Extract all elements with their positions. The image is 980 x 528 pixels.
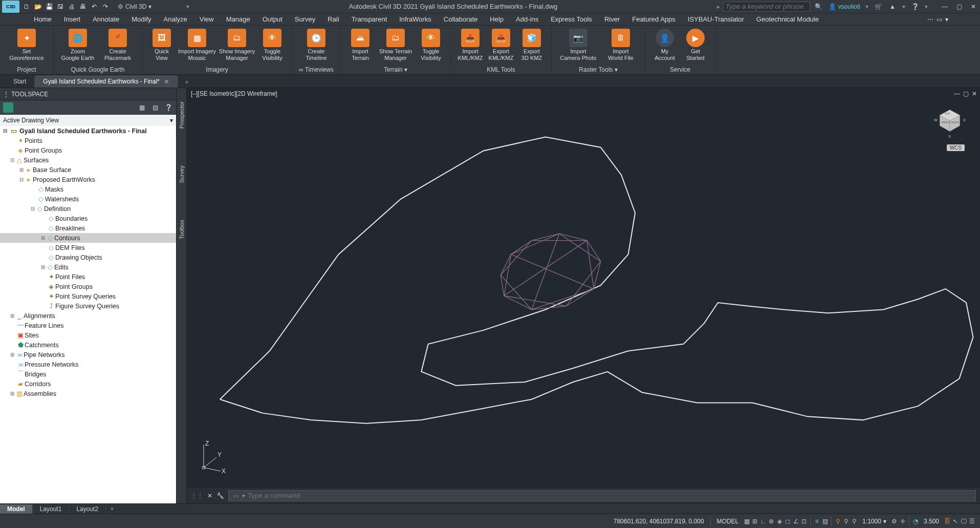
search-icon[interactable]: 🔍 — [814, 2, 823, 11]
polar-icon[interactable]: ⊕ — [767, 517, 775, 525]
create-placemark-button[interactable]: 📍CreatePlacemark — [98, 28, 138, 64]
person2-icon[interactable]: ⚲ — [842, 517, 850, 525]
tree-point-files[interactable]: ✦Point Files — [0, 272, 176, 282]
menu-help[interactable]: Help — [484, 13, 510, 25]
import-kml-button[interactable]: 📥ImportKML/KMZ — [455, 28, 486, 64]
tree-boundaries[interactable]: ◇Boundaries — [0, 214, 176, 223]
menu-output[interactable]: Output — [256, 13, 289, 25]
save-icon[interactable]: 💾 — [45, 3, 53, 11]
menu-manage[interactable]: Manage — [220, 13, 256, 25]
tree-root[interactable]: ⊟▭Gyali Island Scheduled Earthworks - Fi… — [0, 126, 176, 136]
tree-drawing-objects[interactable]: ◇Drawing Objects — [0, 252, 176, 262]
tree-corridors[interactable]: ▰Corridors — [0, 379, 176, 389]
menu-insert[interactable]: Insert — [58, 13, 87, 25]
close-tab-icon[interactable]: ✕ — [164, 78, 169, 86]
model-paper-toggle[interactable]: MODEL — [713, 518, 743, 525]
import-world-button[interactable]: 🗎ImportWorld File — [601, 28, 641, 64]
tree-sites[interactable]: ▣Sites — [0, 330, 176, 340]
tree-breaklines[interactable]: ◇Breaklines — [0, 223, 176, 233]
model-viewport[interactable]: [–][SE Isometric][2D Wireframe] — ▢ ✕ TO… — [187, 88, 980, 503]
toolspace-help-icon[interactable]: ❔ — [164, 103, 173, 112]
layout-model[interactable]: Model — [0, 504, 33, 514]
app-logo[interactable]: C3D — [2, 1, 19, 13]
open-icon[interactable]: 📂 — [34, 3, 42, 11]
new-tab-button[interactable]: ＋ — [181, 76, 192, 88]
menu-view[interactable]: View — [193, 13, 220, 25]
get-started-button[interactable]: ▶GetStarted — [680, 28, 711, 64]
import-camera-button[interactable]: 📷ImportCamera Photo — [556, 28, 601, 64]
user-account[interactable]: 👤 vsoulioti — [829, 3, 860, 10]
toolspace-home-icon[interactable] — [3, 102, 13, 113]
anno-scale[interactable]: 1:1000 ▾ — [858, 518, 890, 525]
drawing-canvas[interactable] — [187, 88, 980, 503]
plot-icon[interactable]: 🖨 — [68, 3, 76, 11]
menu-infraworks[interactable]: InfraWorks — [393, 13, 438, 25]
db-icon[interactable]: 🗄 — [943, 517, 951, 525]
menu-express[interactable]: Express Tools — [545, 13, 598, 25]
snapgrid-icon[interactable]: ⊞ — [751, 517, 759, 525]
help-icon[interactable]: ❔ — [910, 2, 920, 11]
cart-icon[interactable]: 🛒 — [874, 2, 883, 11]
tree-surfaces[interactable]: ⊟△Surfaces — [0, 155, 176, 165]
tab-survey[interactable]: Survey — [178, 162, 186, 186]
menu-featured[interactable]: Featured Apps — [626, 13, 682, 25]
tree-bridges[interactable]: ⌒Bridges — [0, 369, 176, 379]
layout-2[interactable]: Layout2 — [69, 504, 106, 514]
export-3dkmz-button[interactable]: 🧊Export3D KMZ — [516, 28, 547, 64]
ortho-icon[interactable]: ∟ — [759, 517, 767, 525]
tree-feature-lines[interactable]: 〰Feature Lines — [0, 321, 176, 330]
new-icon[interactable]: 🗋 — [23, 3, 31, 11]
add-layout-button[interactable]: ＋ — [106, 504, 118, 513]
tree-proposed-earthworks[interactable]: ⊟▸Proposed EarthWorks — [0, 175, 176, 184]
zoom-ge-button[interactable]: 🌐ZoomGoogle Earth — [58, 28, 98, 64]
menu-addins[interactable]: Add-ins — [510, 13, 545, 25]
menu-geotech[interactable]: Geotechnical Module — [750, 13, 825, 25]
transparency-icon[interactable]: ▨ — [821, 517, 829, 525]
tab-active-doc[interactable]: Gyali Island Scheduled Earthworks - Fina… — [35, 75, 178, 88]
menu-survey[interactable]: Survey — [289, 13, 321, 25]
tree-pipe-networks[interactable]: ⊞⫘Pipe Networks — [0, 350, 176, 360]
quick-view-button[interactable]: 🖼QuickView — [146, 28, 177, 64]
toolspace-view-selector[interactable]: Active Drawing View▾ — [0, 115, 176, 126]
show-imagery-mgr-button[interactable]: 🗂Show ImageryManager — [217, 28, 257, 64]
menu-isybau[interactable]: ISYBAU-Translator — [682, 13, 750, 25]
layout-1[interactable]: Layout1 — [33, 504, 70, 514]
toolspace-grid-icon[interactable]: ▤ — [150, 103, 160, 112]
redo-icon[interactable]: ↷ — [101, 3, 110, 11]
tree-alignments[interactable]: ⊞⎯Alignments — [0, 311, 176, 321]
maximize-icon[interactable]: ▢ — [954, 2, 964, 11]
monitor-icon[interactable]: 🖵 — [960, 517, 968, 525]
close-icon[interactable]: ✕ — [969, 2, 978, 11]
tree-catchments[interactable]: ⬟Catchments — [0, 340, 176, 350]
toolspace-tool-icon[interactable]: ▦ — [137, 103, 146, 112]
show-terrain-mgr-button[interactable]: 🗂Show TerrainManager — [376, 28, 416, 64]
otrack-icon[interactable]: ⊡ — [800, 517, 808, 525]
angle-icon[interactable]: ∠ — [792, 517, 800, 525]
tree-points[interactable]: ✦Points — [0, 136, 176, 145]
set-georeference-button[interactable]: ✦SetGeoreference — [4, 28, 49, 64]
tree-dem-files[interactable]: ◇DEM Files — [0, 243, 176, 252]
osnap-icon[interactable]: ◻ — [783, 517, 792, 525]
iso-icon[interactable]: ◈ — [775, 517, 783, 525]
tab-start[interactable]: Start — [5, 75, 35, 88]
tab-prospector[interactable]: Prospector — [178, 98, 186, 132]
prospector-tree[interactable]: ⊟▭Gyali Island Scheduled Earthworks - Fi… — [0, 126, 176, 503]
toggle-terrain-vis-button[interactable]: 👁ToggleVisibility — [416, 28, 446, 64]
import-terrain-button[interactable]: ⛰ImportTerrain — [345, 28, 376, 64]
toggle-vis-button[interactable]: 👁ToggleVisibility — [257, 28, 288, 64]
close-cmd-icon[interactable]: ✕ — [207, 492, 212, 499]
wrench-icon[interactable]: 🔧 — [216, 492, 224, 499]
menu-river[interactable]: River — [598, 13, 626, 25]
saveas-icon[interactable]: 🖫 — [56, 3, 64, 11]
tree-point-groups[interactable]: ◈Point Groups — [0, 145, 176, 155]
crosshair-icon[interactable]: ✛ — [899, 517, 907, 525]
tree-base-surface[interactable]: ⊞▸Base Surface — [0, 165, 176, 175]
gear-icon[interactable]: ⚙ — [890, 517, 899, 525]
menu-analyze[interactable]: Analyze — [158, 13, 193, 25]
menu-modify[interactable]: Modify — [125, 13, 157, 25]
tree-edits[interactable]: ⊞◇Edits — [0, 262, 176, 272]
grip-icon[interactable]: ⋮⋮ — [191, 492, 203, 499]
tree-psq[interactable]: ✦Point Survey Queries — [0, 291, 176, 301]
menu-home[interactable]: Home — [28, 13, 58, 25]
menu-annotate[interactable]: Annotate — [86, 13, 125, 25]
